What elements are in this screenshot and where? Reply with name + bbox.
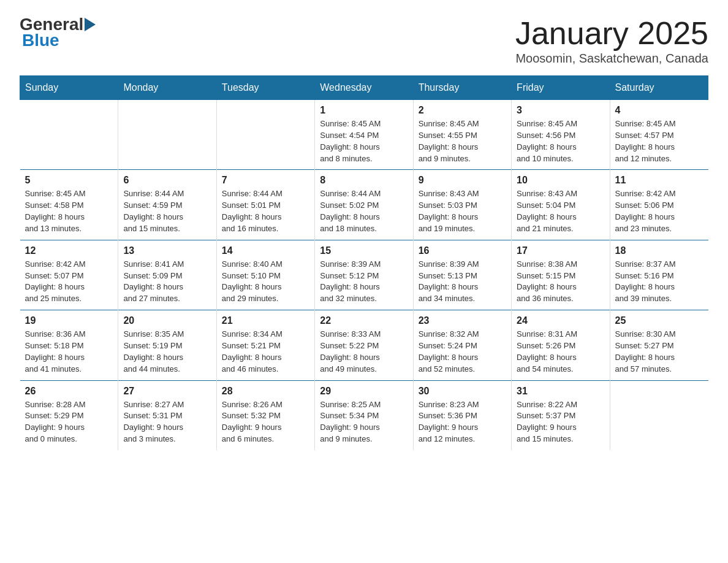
day-number: 17	[517, 245, 604, 256]
day-number: 9	[419, 175, 506, 186]
calendar-cell: 17Sunrise: 8:38 AM Sunset: 5:15 PM Dayli…	[512, 240, 610, 310]
calendar-cell	[216, 100, 314, 170]
day-number: 23	[419, 315, 506, 326]
day-info: Sunrise: 8:38 AM Sunset: 5:15 PM Dayligh…	[517, 259, 604, 305]
day-number: 7	[222, 175, 309, 186]
day-info: Sunrise: 8:45 AM Sunset: 4:56 PM Dayligh…	[517, 118, 604, 164]
calendar-cell: 16Sunrise: 8:39 AM Sunset: 5:13 PM Dayli…	[413, 240, 511, 310]
day-info: Sunrise: 8:44 AM Sunset: 5:02 PM Dayligh…	[320, 188, 408, 234]
calendar-cell: 5Sunrise: 8:45 AM Sunset: 4:58 PM Daylig…	[20, 170, 118, 240]
calendar-cell: 28Sunrise: 8:26 AM Sunset: 5:32 PM Dayli…	[216, 380, 314, 450]
header-saturday: Saturday	[610, 76, 708, 100]
header-sunday: Sunday	[20, 76, 118, 100]
day-number: 29	[320, 386, 408, 397]
calendar-cell: 20Sunrise: 8:35 AM Sunset: 5:19 PM Dayli…	[118, 310, 216, 380]
day-info: Sunrise: 8:36 AM Sunset: 5:18 PM Dayligh…	[25, 329, 113, 375]
calendar-cell	[610, 380, 708, 450]
location: Moosomin, Saskatchewan, Canada	[515, 52, 708, 66]
day-info: Sunrise: 8:44 AM Sunset: 4:59 PM Dayligh…	[123, 188, 211, 234]
day-number: 19	[25, 315, 113, 326]
day-number: 28	[222, 386, 309, 397]
day-info: Sunrise: 8:42 AM Sunset: 5:07 PM Dayligh…	[25, 259, 113, 305]
calendar-cell: 4Sunrise: 8:45 AM Sunset: 4:57 PM Daylig…	[610, 100, 708, 170]
day-info: Sunrise: 8:40 AM Sunset: 5:10 PM Dayligh…	[222, 259, 309, 305]
day-number: 26	[25, 386, 113, 397]
logo: General Blue	[20, 15, 96, 50]
calendar-cell: 18Sunrise: 8:37 AM Sunset: 5:16 PM Dayli…	[610, 240, 708, 310]
calendar-cell: 6Sunrise: 8:44 AM Sunset: 4:59 PM Daylig…	[118, 170, 216, 240]
calendar-cell: 27Sunrise: 8:27 AM Sunset: 5:31 PM Dayli…	[118, 380, 216, 450]
day-number: 6	[123, 175, 211, 186]
day-number: 20	[123, 315, 211, 326]
day-info: Sunrise: 8:31 AM Sunset: 5:26 PM Dayligh…	[517, 329, 604, 375]
day-info: Sunrise: 8:28 AM Sunset: 5:29 PM Dayligh…	[25, 399, 113, 445]
calendar-cell: 8Sunrise: 8:44 AM Sunset: 5:02 PM Daylig…	[315, 170, 413, 240]
day-number: 18	[615, 245, 703, 256]
day-number: 27	[123, 386, 211, 397]
calendar-cell: 7Sunrise: 8:44 AM Sunset: 5:01 PM Daylig…	[216, 170, 314, 240]
day-number: 4	[615, 105, 703, 116]
header-wednesday: Wednesday	[315, 76, 413, 100]
header-tuesday: Tuesday	[216, 76, 314, 100]
day-info: Sunrise: 8:42 AM Sunset: 5:06 PM Dayligh…	[615, 188, 703, 234]
day-number: 11	[615, 175, 703, 186]
day-number: 15	[320, 245, 408, 256]
day-number: 2	[419, 105, 506, 116]
calendar-header-row: SundayMondayTuesdayWednesdayThursdayFrid…	[20, 76, 708, 100]
calendar-cell: 19Sunrise: 8:36 AM Sunset: 5:18 PM Dayli…	[20, 310, 118, 380]
calendar-cell: 26Sunrise: 8:28 AM Sunset: 5:29 PM Dayli…	[20, 380, 118, 450]
calendar-cell: 1Sunrise: 8:45 AM Sunset: 4:54 PM Daylig…	[315, 100, 413, 170]
day-number: 10	[517, 175, 604, 186]
day-info: Sunrise: 8:35 AM Sunset: 5:19 PM Dayligh…	[123, 329, 211, 375]
day-info: Sunrise: 8:26 AM Sunset: 5:32 PM Dayligh…	[222, 399, 309, 445]
week-row-4: 26Sunrise: 8:28 AM Sunset: 5:29 PM Dayli…	[20, 380, 708, 450]
page-header: General Blue January 2025 Moosomin, Sask…	[20, 15, 708, 66]
day-number: 25	[615, 315, 703, 326]
day-info: Sunrise: 8:41 AM Sunset: 5:09 PM Dayligh…	[123, 259, 211, 305]
day-info: Sunrise: 8:43 AM Sunset: 5:04 PM Dayligh…	[517, 188, 604, 234]
day-info: Sunrise: 8:27 AM Sunset: 5:31 PM Dayligh…	[123, 399, 211, 445]
day-number: 8	[320, 175, 408, 186]
title-section: January 2025 Moosomin, Saskatchewan, Can…	[515, 15, 708, 66]
day-info: Sunrise: 8:30 AM Sunset: 5:27 PM Dayligh…	[615, 329, 703, 375]
svg-marker-0	[85, 18, 96, 31]
calendar-cell: 21Sunrise: 8:34 AM Sunset: 5:21 PM Dayli…	[216, 310, 314, 380]
day-number: 13	[123, 245, 211, 256]
day-info: Sunrise: 8:37 AM Sunset: 5:16 PM Dayligh…	[615, 259, 703, 305]
week-row-0: 1Sunrise: 8:45 AM Sunset: 4:54 PM Daylig…	[20, 100, 708, 170]
day-info: Sunrise: 8:32 AM Sunset: 5:24 PM Dayligh…	[419, 329, 506, 375]
header-monday: Monday	[118, 76, 216, 100]
day-number: 12	[25, 245, 113, 256]
day-number: 31	[517, 386, 604, 397]
day-info: Sunrise: 8:25 AM Sunset: 5:34 PM Dayligh…	[320, 399, 408, 445]
calendar-cell: 3Sunrise: 8:45 AM Sunset: 4:56 PM Daylig…	[512, 100, 610, 170]
calendar-cell: 14Sunrise: 8:40 AM Sunset: 5:10 PM Dayli…	[216, 240, 314, 310]
calendar-table: SundayMondayTuesdayWednesdayThursdayFrid…	[20, 75, 708, 450]
calendar-cell: 31Sunrise: 8:22 AM Sunset: 5:37 PM Dayli…	[512, 380, 610, 450]
day-number: 16	[419, 245, 506, 256]
day-number: 14	[222, 245, 309, 256]
day-number: 1	[320, 105, 408, 116]
calendar-cell: 13Sunrise: 8:41 AM Sunset: 5:09 PM Dayli…	[118, 240, 216, 310]
day-number: 24	[517, 315, 604, 326]
day-info: Sunrise: 8:43 AM Sunset: 5:03 PM Dayligh…	[419, 188, 506, 234]
day-info: Sunrise: 8:23 AM Sunset: 5:36 PM Dayligh…	[419, 399, 506, 445]
day-info: Sunrise: 8:45 AM Sunset: 4:54 PM Dayligh…	[320, 118, 408, 164]
week-row-3: 19Sunrise: 8:36 AM Sunset: 5:18 PM Dayli…	[20, 310, 708, 380]
day-number: 30	[419, 386, 506, 397]
day-info: Sunrise: 8:34 AM Sunset: 5:21 PM Dayligh…	[222, 329, 309, 375]
calendar-cell: 10Sunrise: 8:43 AM Sunset: 5:04 PM Dayli…	[512, 170, 610, 240]
day-info: Sunrise: 8:44 AM Sunset: 5:01 PM Dayligh…	[222, 188, 309, 234]
calendar-cell: 12Sunrise: 8:42 AM Sunset: 5:07 PM Dayli…	[20, 240, 118, 310]
day-info: Sunrise: 8:45 AM Sunset: 4:55 PM Dayligh…	[419, 118, 506, 164]
calendar-cell: 9Sunrise: 8:43 AM Sunset: 5:03 PM Daylig…	[413, 170, 511, 240]
day-number: 3	[517, 105, 604, 116]
day-number: 22	[320, 315, 408, 326]
calendar-cell: 2Sunrise: 8:45 AM Sunset: 4:55 PM Daylig…	[413, 100, 511, 170]
calendar-cell: 29Sunrise: 8:25 AM Sunset: 5:34 PM Dayli…	[315, 380, 413, 450]
calendar-cell: 30Sunrise: 8:23 AM Sunset: 5:36 PM Dayli…	[413, 380, 511, 450]
calendar-cell	[20, 100, 118, 170]
month-title: January 2025	[515, 15, 708, 52]
day-info: Sunrise: 8:39 AM Sunset: 5:12 PM Dayligh…	[320, 259, 408, 305]
header-friday: Friday	[512, 76, 610, 100]
